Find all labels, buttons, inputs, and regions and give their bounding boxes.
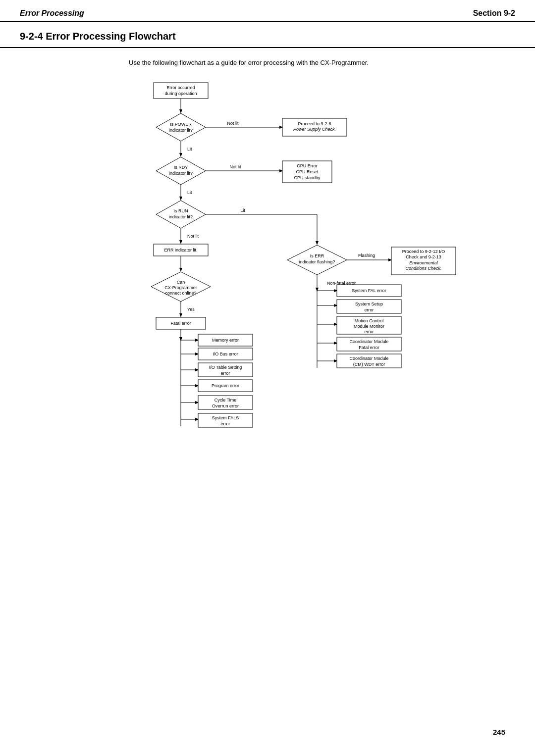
svg-text:Conditions Check.: Conditions Check. — [405, 266, 441, 271]
svg-text:Lit: Lit — [187, 147, 192, 151]
svg-text:Module Monitor: Module Monitor — [354, 324, 384, 329]
svg-text:error: error — [364, 307, 374, 312]
svg-text:Lit: Lit — [187, 190, 192, 195]
svg-text:error: error — [220, 371, 230, 376]
page-title: 9-2-4 Error Processing Flowchart — [0, 31, 535, 48]
page-footer: 245 — [493, 728, 505, 736]
svg-text:Can: Can — [177, 280, 185, 285]
svg-text:error: error — [364, 329, 374, 334]
svg-text:Yes: Yes — [187, 307, 195, 312]
svg-text:Program error: Program error — [212, 383, 239, 388]
svg-text:System Setup: System Setup — [355, 302, 383, 306]
flowchart-svg: Error occurred during operation Is POWER… — [74, 78, 461, 548]
svg-text:connect online?: connect online? — [165, 291, 196, 296]
svg-text:Not lit: Not lit — [229, 164, 241, 169]
svg-text:ERR indicator lit.: ERR indicator lit. — [164, 248, 197, 252]
svg-text:Coordinator Module: Coordinator Module — [349, 356, 388, 361]
svg-text:I/O Table Setting: I/O Table Setting — [209, 365, 242, 370]
svg-text:Is RDY: Is RDY — [174, 165, 188, 170]
svg-text:Overrun error: Overrun error — [212, 403, 239, 408]
svg-text:Proceed to 9-2-12 I/O: Proceed to 9-2-12 I/O — [402, 249, 445, 254]
svg-text:Cycle Time: Cycle Time — [214, 398, 237, 403]
svg-text:during operation: during operation — [164, 91, 197, 96]
page-number: 245 — [493, 728, 505, 736]
svg-text:I/O Bus error: I/O Bus error — [213, 352, 238, 356]
svg-text:indicator lit?: indicator lit? — [169, 214, 193, 219]
svg-text:CX-Programmer: CX-Programmer — [164, 285, 197, 290]
svg-text:indicator lit?: indicator lit? — [169, 171, 193, 176]
header-section-number: Section 9-2 — [473, 9, 515, 18]
svg-text:error: error — [220, 421, 230, 426]
svg-text:Memory error: Memory error — [212, 338, 239, 343]
svg-text:Not lit: Not lit — [187, 234, 199, 239]
svg-text:Motion Control: Motion Control — [355, 318, 384, 323]
svg-text:Environmental: Environmental — [409, 260, 438, 265]
page-header: Error Processing Section 9-2 — [0, 0, 535, 22]
svg-marker-4 — [156, 113, 206, 141]
svg-text:Is ERR: Is ERR — [310, 253, 324, 258]
svg-text:Lit: Lit — [240, 208, 245, 213]
svg-text:Fatal error: Fatal error — [359, 345, 379, 350]
svg-text:System FALS: System FALS — [212, 415, 239, 420]
svg-text:Proceed to 9-2-6: Proceed to 9-2-6 — [298, 121, 331, 126]
svg-text:Is POWER: Is POWER — [170, 122, 192, 127]
svg-text:CPU Reset: CPU Reset — [296, 169, 319, 174]
header-section-title: Error Processing — [20, 9, 84, 18]
svg-text:Check and 9-2-13: Check and 9-2-13 — [406, 254, 441, 259]
flowchart-container: Error occurred during operation Is POWER… — [0, 78, 535, 548]
svg-text:Power Supply Check.: Power Supply Check. — [293, 127, 336, 132]
intro-paragraph: Use the following flowchart as a guide f… — [0, 58, 535, 78]
svg-text:CPU Error: CPU Error — [297, 163, 318, 168]
svg-text:Flashing: Flashing — [358, 253, 375, 258]
svg-text:indicator flashing?: indicator flashing? — [299, 259, 335, 264]
svg-text:indicator lit?: indicator lit? — [169, 128, 193, 133]
svg-text:Not lit: Not lit — [227, 121, 239, 126]
svg-text:Fatal error: Fatal error — [170, 321, 191, 326]
svg-text:Coordinator Module: Coordinator Module — [349, 339, 388, 344]
svg-text:Is RUN: Is RUN — [174, 208, 188, 213]
svg-text:Error occurred: Error occurred — [166, 85, 195, 90]
svg-text:CPU standby: CPU standby — [294, 175, 321, 180]
svg-text:System FAL error: System FAL error — [352, 288, 386, 293]
svg-text:(CM) WDT error: (CM) WDT error — [353, 362, 385, 367]
